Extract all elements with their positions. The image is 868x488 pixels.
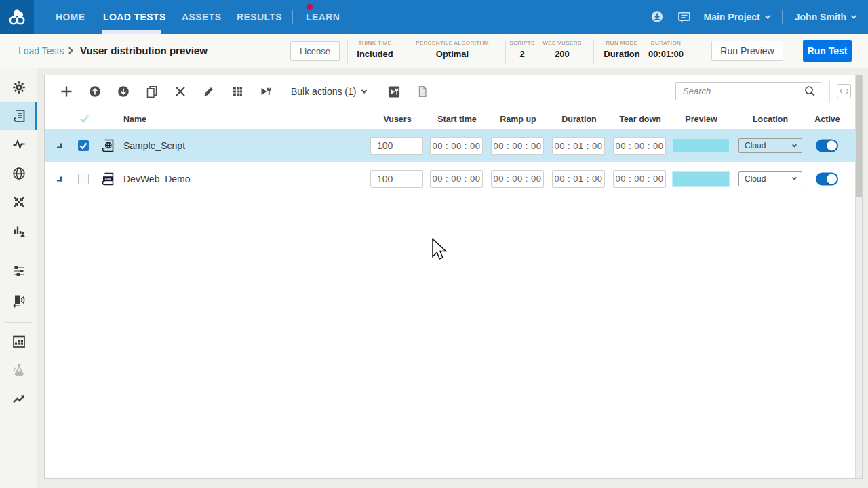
- left-sidebar: [0, 68, 37, 488]
- project-menu[interactable]: Main Project: [704, 12, 770, 22]
- breadcrumb-load-tests[interactable]: Load Tests: [18, 45, 64, 56]
- stats-divider: [505, 39, 506, 64]
- location-value: Cloud: [745, 174, 766, 184]
- stat-label: PERCENTILE ALGORITHM: [406, 40, 499, 46]
- table-icon[interactable]: [231, 85, 243, 98]
- nav-load-tests[interactable]: LOAD TESTS: [103, 0, 166, 34]
- search-input[interactable]: [675, 82, 821, 100]
- sidebar-assets[interactable]: [0, 188, 37, 216]
- ramp-up-input[interactable]: [491, 137, 544, 155]
- sidebar-load-tests[interactable]: [0, 102, 37, 130]
- stat-value: 200: [541, 49, 583, 59]
- duration-input[interactable]: [552, 170, 605, 188]
- table-row[interactable]: Sample_Script Cloud: [45, 129, 855, 162]
- table-toolbar: Bulk actions (1): [45, 75, 862, 108]
- column-start-time[interactable]: Start time: [430, 115, 484, 124]
- upload-icon[interactable]: [89, 85, 101, 98]
- runtime-settings-icon[interactable]: [260, 85, 272, 98]
- sidebar-labs[interactable]: [0, 356, 37, 384]
- report-icon[interactable]: [416, 85, 429, 98]
- column-tear-down[interactable]: Tear down: [613, 115, 667, 124]
- sidebar-trends[interactable]: [0, 384, 37, 413]
- script-name[interactable]: Sample_Script: [123, 140, 185, 151]
- stat-think-time: THINK TIME Included: [349, 40, 401, 59]
- location-select[interactable]: Cloud: [738, 171, 802, 186]
- vertical-scrollbar[interactable]: [855, 75, 862, 478]
- stat-value: Optimal: [406, 49, 499, 59]
- column-active[interactable]: Active: [811, 115, 844, 124]
- column-location[interactable]: Location: [738, 115, 802, 124]
- vusers-input[interactable]: [370, 170, 423, 188]
- active-toggle[interactable]: [816, 140, 838, 152]
- top-nav: HOME LOAD TESTS ASSETS RESULTS LEARN: [0, 0, 868, 34]
- test-settings-icon[interactable]: [388, 85, 400, 98]
- duplicate-icon[interactable]: [146, 85, 158, 98]
- column-preview[interactable]: Preview: [672, 115, 730, 124]
- sidebar-results[interactable]: [0, 217, 37, 245]
- feedback-icon[interactable]: [677, 9, 692, 24]
- sidebar-settings[interactable]: [0, 73, 37, 102]
- sidebar-tuning[interactable]: [0, 257, 37, 285]
- preview-bar[interactable]: [672, 138, 730, 154]
- run-preview-button[interactable]: Run Preview: [711, 41, 783, 61]
- load-tests-script-icon: [12, 108, 26, 123]
- preview-bar[interactable]: [672, 171, 730, 187]
- nav-results[interactable]: RESULTS: [237, 0, 282, 34]
- bulk-actions-label: Bulk actions (1): [291, 86, 356, 97]
- run-test-button[interactable]: Run Test: [803, 40, 852, 62]
- table-row[interactable]: DW DevWeb_Demo Cloud: [45, 163, 855, 195]
- toggle-knob: [827, 174, 837, 184]
- column-duration[interactable]: Duration: [552, 115, 606, 124]
- duration-input[interactable]: [552, 137, 605, 155]
- updates-icon[interactable]: [650, 9, 665, 24]
- active-toggle[interactable]: [816, 172, 838, 185]
- breadcrumb-chevron-icon: [66, 47, 73, 54]
- toolbar-divider: [829, 81, 830, 102]
- edit-icon[interactable]: [203, 85, 215, 98]
- add-icon[interactable]: [60, 85, 73, 98]
- row-checkbox[interactable]: [78, 174, 89, 184]
- nav-right-divider: [782, 10, 783, 24]
- bulk-actions-dropdown[interactable]: Bulk actions (1): [291, 86, 366, 97]
- chevron-down-icon: [361, 87, 367, 93]
- column-name[interactable]: Name: [123, 115, 146, 124]
- sidebar-dashboard[interactable]: [0, 327, 37, 356]
- learn-notification-dot: [307, 4, 313, 10]
- expand-icon[interactable]: [837, 84, 851, 98]
- user-menu[interactable]: John Smith: [795, 12, 856, 22]
- search-icon[interactable]: [804, 85, 816, 100]
- tear-down-input[interactable]: [613, 137, 666, 155]
- location-select[interactable]: Cloud: [738, 138, 802, 153]
- sidebar-divider: [5, 322, 32, 323]
- sidebar-load-generators[interactable]: [0, 286, 37, 314]
- row-expander-icon[interactable]: [57, 176, 62, 181]
- app-logo[interactable]: [0, 0, 34, 34]
- row-checkbox[interactable]: [78, 140, 89, 151]
- sliders-icon: [12, 264, 26, 279]
- tear-down-input[interactable]: [613, 170, 666, 188]
- nav-assets[interactable]: ASSETS: [182, 0, 221, 34]
- chevron-down-icon: [792, 142, 797, 147]
- license-button[interactable]: License: [290, 41, 340, 61]
- stat-duration: DURATION 00:01:00: [644, 40, 688, 59]
- row-expander-icon[interactable]: [57, 144, 62, 148]
- nav-home[interactable]: HOME: [56, 0, 85, 34]
- stat-value: 00:01:00: [644, 49, 688, 59]
- delete-icon[interactable]: [174, 85, 186, 98]
- load-generator-icon: [12, 293, 26, 308]
- flask-icon: [12, 363, 26, 378]
- pulse-icon: [12, 137, 26, 152]
- scrollbar-thumb[interactable]: [856, 75, 862, 197]
- ramp-up-input[interactable]: [491, 170, 544, 188]
- select-all-check-icon[interactable]: [79, 114, 90, 125]
- column-vusers[interactable]: Vusers: [370, 115, 425, 124]
- column-ramp-up[interactable]: Ramp up: [491, 115, 545, 124]
- sidebar-health[interactable]: [0, 130, 37, 159]
- start-time-input[interactable]: [430, 137, 483, 155]
- page-title: Vuser distribution preview: [80, 45, 208, 56]
- sidebar-web[interactable]: [0, 159, 37, 188]
- vusers-input[interactable]: [370, 137, 423, 155]
- download-icon[interactable]: [117, 85, 130, 98]
- script-name[interactable]: DevWeb_Demo: [123, 174, 191, 184]
- start-time-input[interactable]: [430, 170, 483, 188]
